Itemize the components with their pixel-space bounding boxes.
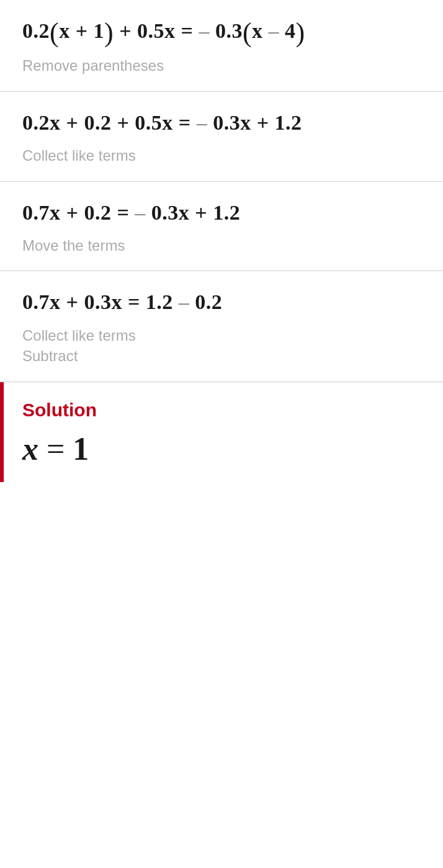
term-0-2: 0.2 — [84, 111, 111, 134]
label-remove-parentheses: Remove parentheses — [22, 55, 421, 76]
sp14 — [146, 201, 151, 224]
term-1-2: 1.2 — [275, 111, 302, 134]
term-0-7x-c: 0.7x — [22, 290, 61, 313]
sp1 — [61, 111, 66, 134]
paren-open-1: ( — [50, 17, 59, 48]
sp10 — [61, 201, 66, 224]
sp13 — [129, 201, 135, 224]
minus-sign-1: – — [199, 19, 210, 42]
paren-close-1: ) — [104, 17, 114, 48]
step-2: 0.7x + 0.2 = – 0.3x + 1.2 Move the terms — [0, 182, 443, 272]
sp17 — [61, 290, 66, 313]
equation-0: 0.2(x + 1) + 0.5x = – 0.3(x – 4) — [22, 17, 421, 47]
paren-close-2: ) — [296, 17, 305, 48]
term-0-7x: 0.7x — [22, 201, 61, 224]
plus-4: + — [66, 201, 79, 224]
sp19 — [122, 290, 128, 313]
coeff-0-3: 0.3 — [210, 19, 243, 42]
term-1-2b: 1.2 — [213, 201, 240, 224]
term-0-2c: 0.2 — [195, 290, 222, 313]
sp4 — [129, 111, 135, 134]
num-4: 4 — [285, 19, 296, 42]
plus-6: + — [66, 290, 79, 313]
sp5 — [173, 111, 179, 134]
var-x1: x — [59, 19, 70, 42]
equals-4: = — [128, 290, 140, 313]
label-move-the-terms: Move the terms — [22, 235, 421, 256]
term-1-2c: 1.2 — [146, 290, 173, 313]
minus-3: – — [135, 201, 146, 224]
sp22 — [189, 290, 195, 313]
op-minus-1: – — [263, 19, 285, 42]
num-1: 1 — [94, 19, 105, 42]
step-1: 0.2x + 0.2 + 0.5x = – 0.3x + 1.2 Collect… — [0, 92, 443, 182]
minus-2: – — [197, 111, 208, 134]
sp7 — [207, 111, 213, 134]
coeff-0-2a: 0.2 — [22, 19, 50, 42]
paren-open-2: ( — [243, 17, 252, 48]
sp20 — [140, 290, 146, 313]
term-0-3x-c: 0.3x — [84, 290, 122, 313]
solution-label: Solution — [22, 400, 421, 421]
sp8 — [251, 111, 257, 134]
equation-1: 0.2x + 0.2 + 0.5x = – 0.3x + 1.2 — [22, 109, 421, 136]
main-container: 0.2(x + 1) + 0.5x = – 0.3(x – 4) Remove … — [0, 0, 443, 482]
plus-3: + — [257, 111, 269, 134]
sp15 — [189, 201, 195, 224]
solution-value: 1 — [73, 431, 89, 467]
solution-equation: x = 1 — [22, 431, 421, 467]
op-plus-2: + — [114, 19, 137, 42]
label-collect-like-terms-2: Collect like terms — [22, 325, 421, 346]
sp21 — [173, 290, 179, 313]
equation-2: 0.7x + 0.2 = – 0.3x + 1.2 — [22, 199, 421, 226]
solution-x: x — [22, 431, 38, 467]
sp16 — [207, 201, 213, 224]
label-subtract: Subtract — [22, 346, 421, 367]
equals-2: = — [179, 111, 191, 134]
equation-3: 0.7x + 0.3x = 1.2 – 0.2 — [22, 289, 421, 316]
label-collect-like-terms-1: Collect like terms — [22, 145, 421, 166]
step-3: 0.7x + 0.3x = 1.2 – 0.2 Collect like ter… — [0, 271, 443, 382]
op-plus-1: + — [70, 19, 94, 42]
term-0-3x-b: 0.3x — [151, 201, 190, 224]
term-0-2b: 0.2 — [84, 201, 111, 224]
var-x2: x — [252, 19, 263, 42]
sp6 — [191, 111, 197, 134]
term-0-5x: 0.5x — [135, 111, 173, 134]
plus-2: + — [117, 111, 129, 134]
minus-4: – — [179, 290, 190, 313]
equals-3: = — [117, 201, 129, 224]
plus-1: + — [66, 111, 79, 134]
sp9 — [269, 111, 275, 134]
term-0-2x: 0.2x — [22, 111, 61, 134]
coeff-0-5x: 0.5x — [137, 19, 176, 42]
equals-1: = — [176, 19, 199, 42]
solution-equals: = — [38, 431, 73, 467]
plus-5: + — [195, 201, 207, 224]
step-original: 0.2(x + 1) + 0.5x = – 0.3(x – 4) Remove … — [0, 0, 443, 92]
term-0-3x: 0.3x — [213, 111, 251, 134]
solution-block: Solution x = 1 — [0, 382, 443, 482]
